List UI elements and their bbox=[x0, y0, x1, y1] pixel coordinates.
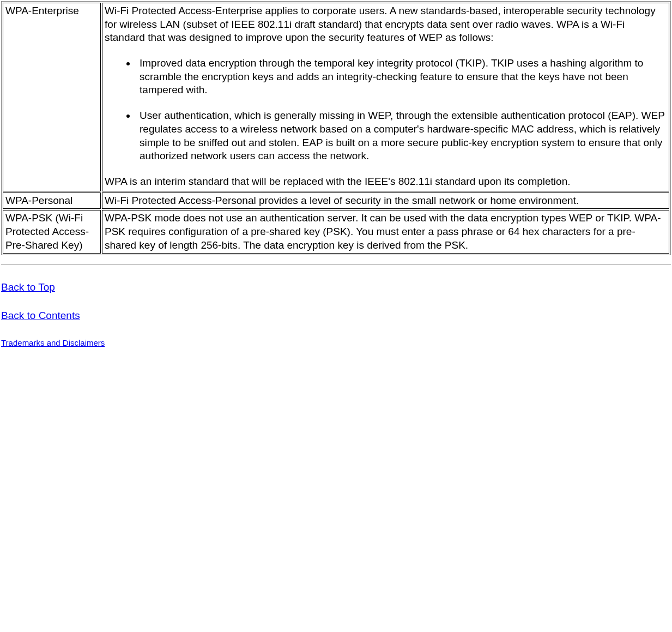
table-row: WPA-Enterprise Wi-Fi Protected Access-En… bbox=[3, 3, 669, 191]
definition-outro: WPA is an interim standard that will be … bbox=[105, 175, 667, 189]
term-cell: WPA-Enterprise bbox=[3, 3, 101, 191]
definition-intro: Wi-Fi Protected Access-Enterprise applie… bbox=[105, 4, 667, 45]
back-to-top-link[interactable]: Back to Top bbox=[1, 281, 55, 293]
glossary-table: WPA-Enterprise Wi-Fi Protected Access-En… bbox=[1, 1, 671, 255]
table-row: WPA-Personal Wi-Fi Protected Access-Pers… bbox=[3, 192, 669, 209]
term-cell: WPA-PSK (Wi-Fi Protected Access-Pre-Shar… bbox=[3, 210, 101, 254]
back-to-contents-link[interactable]: Back to Contents bbox=[1, 310, 80, 321]
list-item: Improved data encryption through the tem… bbox=[136, 57, 667, 97]
list-item: User authentication, which is generally … bbox=[136, 109, 667, 163]
divider bbox=[1, 264, 671, 265]
definition-cell: Wi-Fi Protected Access-Personal provides… bbox=[102, 192, 669, 209]
definition-bullet-list: Improved data encryption through the tem… bbox=[105, 57, 667, 163]
definition-cell: Wi-Fi Protected Access-Enterprise applie… bbox=[102, 3, 669, 191]
term-cell: WPA-Personal bbox=[3, 192, 101, 209]
trademarks-link[interactable]: Trademarks and Disclaimers bbox=[1, 338, 105, 347]
definition-cell: WPA-PSK mode does not use an authenticat… bbox=[102, 210, 669, 254]
table-row: WPA-PSK (Wi-Fi Protected Access-Pre-Shar… bbox=[3, 210, 669, 254]
